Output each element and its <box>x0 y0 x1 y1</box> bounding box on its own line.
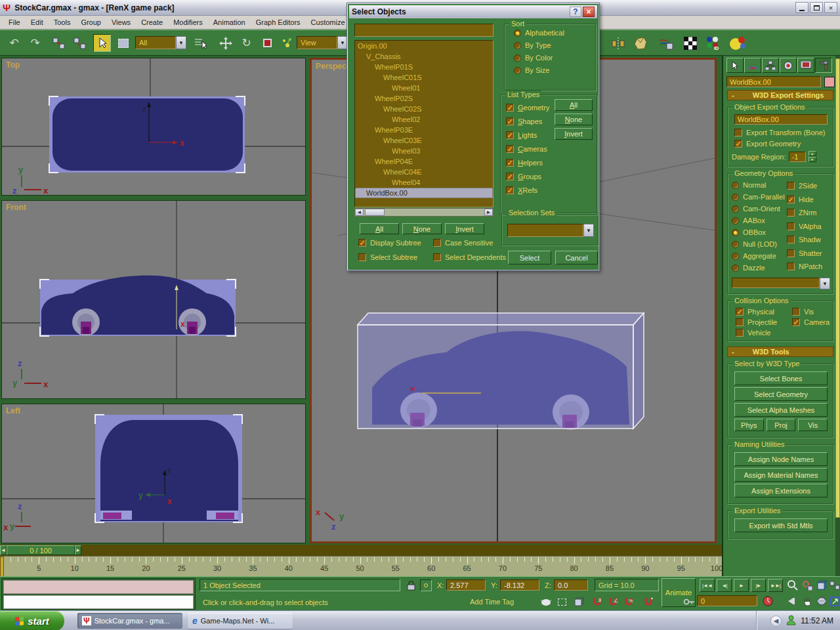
select-button[interactable]: Select <box>508 251 551 264</box>
selection-region-icon[interactable] <box>114 34 132 52</box>
geometry-normal[interactable]: Normal <box>732 179 787 191</box>
sort-by-type[interactable]: By Type <box>514 41 595 49</box>
tree-item-wheelp02s[interactable]: WheelP02S <box>355 93 493 104</box>
collision-vis[interactable]: Vis <box>792 308 830 316</box>
viewport-left[interactable]: Left z <box>1 404 306 543</box>
unlink-selection-icon[interactable]: × <box>71 34 89 52</box>
w3d-tools-rollout[interactable]: - W3D Tools <box>727 346 833 357</box>
scroll-right-icon[interactable]: ► <box>484 209 493 216</box>
percent-snap-icon[interactable]: % <box>622 595 635 608</box>
menu-group[interactable]: Group <box>76 17 106 28</box>
selection-sets-dropdown[interactable]: ▼ <box>507 224 594 237</box>
motion-tab[interactable] <box>780 58 797 73</box>
z-coordinate-field[interactable]: 0.0 <box>554 579 588 591</box>
menu-tools[interactable]: Tools <box>49 17 75 28</box>
geometry-cam-orient[interactable]: Cam-Orient <box>732 203 787 215</box>
undo-icon[interactable]: ↶ <box>5 34 23 52</box>
car-top[interactable] <box>52 98 243 171</box>
snap-handle-icon[interactable] <box>278 34 296 52</box>
minimize-button[interactable] <box>795 2 808 13</box>
geometry-aabox[interactable]: AABox <box>732 215 787 226</box>
list-type-helpers[interactable]: ✓Helpers <box>506 156 549 169</box>
damage-region-spinner[interactable]: ▲ ▼ <box>808 151 816 162</box>
menu-modifiers[interactable]: Modifiers <box>169 17 207 28</box>
object-name-search[interactable] <box>354 24 494 37</box>
play-button[interactable]: ► <box>734 579 749 592</box>
messenger-tray-icon[interactable] <box>786 615 796 627</box>
select-object-tool[interactable] <box>93 34 111 52</box>
select-and-scale-icon[interactable] <box>259 34 276 52</box>
angle-snap-icon[interactable]: ∠ <box>606 595 620 608</box>
select-and-move-icon[interactable] <box>217 34 234 52</box>
geometry-shadw[interactable]: Shadw <box>787 233 830 247</box>
list-type-geometry[interactable]: ✓Geometry <box>506 100 549 114</box>
chevron-down-icon[interactable]: ▼ <box>176 36 186 49</box>
tree-item-wheelp01s[interactable]: WheelP01S <box>355 62 493 72</box>
selection-lock-icon[interactable] <box>404 579 417 592</box>
menu-edit[interactable]: Edit <box>26 17 48 28</box>
zoom-icon[interactable] <box>786 579 799 592</box>
select-geometry-button[interactable]: Select Geometry <box>734 387 828 401</box>
assign-extensions-button[interactable]: Assign Extensions <box>734 484 828 497</box>
geometry-dropdown[interactable]: ▼ <box>732 278 830 289</box>
min-max-toggle-icon[interactable] <box>828 595 840 608</box>
go-to-end-button[interactable]: ►►| <box>768 579 783 592</box>
geometry-dazzle[interactable]: Dazzle <box>732 262 787 274</box>
scroll-left-icon[interactable]: ◄ <box>355 209 364 216</box>
select-alpha-meshes-button[interactable]: Select Alpha Meshes <box>734 403 828 417</box>
viewport-top-label[interactable]: Top <box>6 60 20 70</box>
menu-create[interactable]: Create <box>136 17 167 28</box>
create-tab[interactable] <box>726 58 744 73</box>
select-bones-button[interactable]: Select Bones <box>734 371 828 385</box>
select-and-link-icon[interactable] <box>50 34 68 52</box>
list-type-xrefs[interactable]: ✓XRefs <box>506 183 549 197</box>
arc-rotate-icon[interactable] <box>815 595 828 608</box>
assign-node-names-button[interactable]: Assign Node Names <box>734 452 828 466</box>
object-color-swatch[interactable] <box>824 77 835 87</box>
list-types-all-button[interactable]: All <box>555 99 593 111</box>
viewport-top[interactable]: Top x z <box>1 58 306 196</box>
selection-filter-dropdown[interactable]: All ▼ <box>135 36 186 49</box>
render-shortcut-icon[interactable] <box>539 595 553 608</box>
list-type-cameras[interactable]: ✓Cameras <box>506 142 549 156</box>
viewport-front[interactable]: Front <box>1 200 306 399</box>
geometry-aggregate[interactable]: Aggregate <box>732 250 787 262</box>
zoom-extents-all-icon[interactable] <box>828 579 840 592</box>
list-type-lights[interactable]: ✓Lights <box>506 128 549 142</box>
display-tab[interactable] <box>797 58 814 73</box>
list-type-groups[interactable]: ✓Groups <box>506 169 549 183</box>
named-selection-sets-icon[interactable] <box>631 34 649 52</box>
list-type-shapes[interactable]: ✓Shapes <box>506 114 549 128</box>
chevron-down-icon[interactable]: ▼ <box>583 224 594 237</box>
tree-item-wheel01[interactable]: Wheel01 <box>355 83 493 93</box>
go-to-start-button[interactable]: |◄◄ <box>700 579 715 592</box>
tree-item-wheelc03e[interactable]: WheelC03E <box>355 135 493 146</box>
geometry-npatch[interactable]: NPatch <box>787 260 830 274</box>
zoom-all-icon[interactable] <box>801 579 814 592</box>
collision-vehicle[interactable]: Vehicle <box>736 329 792 337</box>
close-button[interactable]: × <box>824 2 837 13</box>
menu-views[interactable]: Views <box>107 17 135 28</box>
material-editor-icon[interactable] <box>681 34 699 52</box>
export-export-transform-bone[interactable]: Export Transform (Bone) <box>734 129 830 136</box>
list-types-invert-button[interactable]: Invert <box>555 128 593 140</box>
previous-frame-button[interactable]: ◄| <box>717 579 732 592</box>
menu-graph-editors[interactable]: Graph Editors <box>251 17 305 28</box>
geometry-2side[interactable]: 2Side <box>787 179 830 193</box>
utilities-tab[interactable] <box>815 58 832 73</box>
crossing-cube-icon[interactable] <box>572 595 585 608</box>
worldbox-perspective[interactable] <box>358 313 644 429</box>
panel-scrollbar[interactable] <box>835 56 840 576</box>
cancel-button[interactable]: Cancel <box>555 251 598 264</box>
curve-editor-icon[interactable] <box>658 34 675 52</box>
collision-physical[interactable]: ✓Physical <box>736 308 792 316</box>
option-select-subtree[interactable]: Select Subtree <box>358 253 417 261</box>
object-name-field[interactable]: WorldBox.00 <box>726 76 821 87</box>
track-bar[interactable]: 5101520253035404550556065707580859095100 <box>0 556 722 576</box>
geometry-cam-parallel[interactable]: Cam-Parallel <box>732 191 787 203</box>
export-name-field[interactable]: WorldBox.00 <box>734 114 828 125</box>
mirror-icon[interactable] <box>609 34 627 52</box>
phys-button[interactable]: Phys <box>734 419 764 431</box>
tree-item-v-chassis[interactable]: V_Chassis <box>355 51 493 62</box>
dialog-title-bar[interactable]: Select Objects ? × <box>349 5 597 18</box>
